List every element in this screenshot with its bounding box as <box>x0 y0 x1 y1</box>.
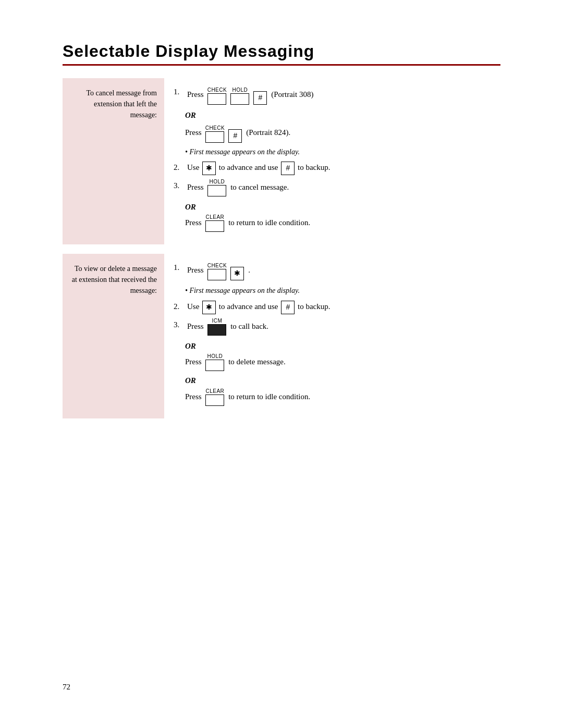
hold-button[interactable] <box>230 93 249 105</box>
pound-key-wrapper: # <box>252 85 268 105</box>
step-num: 1. <box>174 85 185 99</box>
star-key-wrapper1: ✱ <box>229 261 245 280</box>
content-area: To cancel message from extension that le… <box>63 78 500 418</box>
page-title: Selectable Display Messaging <box>63 42 500 61</box>
pound-label-top <box>260 85 261 91</box>
section2-clear: Press CLEAR to return to idle condition. <box>185 389 491 406</box>
star-label-top <box>237 261 238 266</box>
pound-label2 <box>235 124 236 129</box>
check-button[interactable] <box>207 93 226 105</box>
step-content5: Use ✱ to advance and use # to backup. <box>187 300 491 314</box>
icm-button[interactable] <box>207 324 226 336</box>
key-group: CHECK # <box>203 124 244 143</box>
step-content: Press CHECK HOLD <box>187 85 491 105</box>
hold-label2: HOLD <box>210 179 225 184</box>
check-label2: CHECK <box>205 126 225 131</box>
section1-or1: OR <box>185 109 491 122</box>
icm-label: ICM <box>212 318 223 324</box>
section1-label: To cancel message from extension that le… <box>63 78 164 244</box>
section1-or2: OR <box>185 201 491 214</box>
section1-bullet: First message appears on the display. <box>185 146 491 158</box>
pound-button3[interactable]: # <box>281 162 295 175</box>
page-number: 72 <box>63 683 70 692</box>
clear-key-wrapper2: CLEAR <box>204 389 225 406</box>
section1-step1b: Press CHECK # (Portrait 824). <box>185 124 491 143</box>
check-key-wrapper: CHECK <box>206 88 227 105</box>
clear-label1: CLEAR <box>205 215 224 220</box>
hold-label: HOLD <box>232 88 248 93</box>
step-num6: 3. <box>174 318 185 332</box>
pound-button[interactable]: # <box>253 91 267 105</box>
section2-or1: OR <box>185 340 491 353</box>
hold-button2[interactable] <box>207 185 226 196</box>
pound-button2[interactable]: # <box>228 129 242 143</box>
check-button3[interactable] <box>207 269 226 280</box>
check-button2[interactable] <box>205 131 224 143</box>
section1-step2: 2. Use ✱ to advance and use # to backup. <box>174 161 491 175</box>
hold-button3[interactable] <box>205 360 224 371</box>
hold-label3: HOLD <box>207 354 223 359</box>
check-label: CHECK <box>207 88 227 93</box>
section2-step1: 1. Press CHECK ✱ <box>174 261 491 280</box>
pound-key-wrapper2: # <box>227 124 243 143</box>
step-content4: Press CHECK ✱ . <box>187 261 491 280</box>
star-button2[interactable]: ✱ <box>230 267 244 280</box>
section2-label: To view or delete a message at extension… <box>63 254 164 418</box>
section2-step3: 3. Press ICM to call back. <box>174 318 491 336</box>
page: Selectable Display Messaging To cancel m… <box>0 0 563 728</box>
section2-bullet: First message appears on the display. <box>185 285 491 297</box>
section2-or2: OR <box>185 374 491 388</box>
clear-key-wrapper1: CLEAR <box>204 215 225 232</box>
clear-button2[interactable] <box>205 394 224 406</box>
section2-block: To view or delete a message at extension… <box>63 254 500 418</box>
hold-key-wrapper2: HOLD <box>206 179 227 196</box>
key-group2: CHECK ✱ <box>205 261 246 280</box>
step-num3: 3. <box>174 179 185 193</box>
key-group: CHECK HOLD # <box>205 85 269 105</box>
pound-button4[interactable]: # <box>281 301 295 314</box>
step-content2: Use ✱ to advance and use # to backup. <box>187 161 491 175</box>
section2-hold: Press HOLD to delete message. <box>185 354 491 371</box>
section2-step2: 2. Use ✱ to advance and use # to backup. <box>174 300 491 314</box>
section1-clear: Press CLEAR to return to idle condition. <box>185 215 491 232</box>
step-num5: 2. <box>174 300 185 314</box>
step-content6: Press ICM to call back. <box>187 318 491 336</box>
hold-key-wrapper3: HOLD <box>204 354 225 371</box>
star-button3[interactable]: ✱ <box>202 301 216 314</box>
section1-block: To cancel message from extension that le… <box>63 78 500 244</box>
check-label3: CHECK <box>207 263 227 268</box>
title-rule <box>63 64 500 66</box>
section1-instructions: 1. Press CHECK HOLD <box>164 78 500 244</box>
section1-step1: 1. Press CHECK HOLD <box>174 85 491 105</box>
step-num4: 1. <box>174 261 185 275</box>
star-button1[interactable]: ✱ <box>202 162 216 175</box>
step-content3: Press HOLD to cancel message. <box>187 179 491 196</box>
clear-button1[interactable] <box>205 220 224 232</box>
section2-instructions: 1. Press CHECK ✱ <box>164 254 500 418</box>
check-key-wrapper2: CHECK <box>204 126 225 143</box>
step-num2: 2. <box>174 161 185 175</box>
clear-label2: CLEAR <box>205 389 224 394</box>
section1-step3: 3. Press HOLD to cancel message. <box>174 179 491 196</box>
hold-key-wrapper: HOLD <box>229 88 250 105</box>
icm-key-wrapper: ICM <box>206 318 227 336</box>
check-key-wrapper3: CHECK <box>206 263 227 280</box>
